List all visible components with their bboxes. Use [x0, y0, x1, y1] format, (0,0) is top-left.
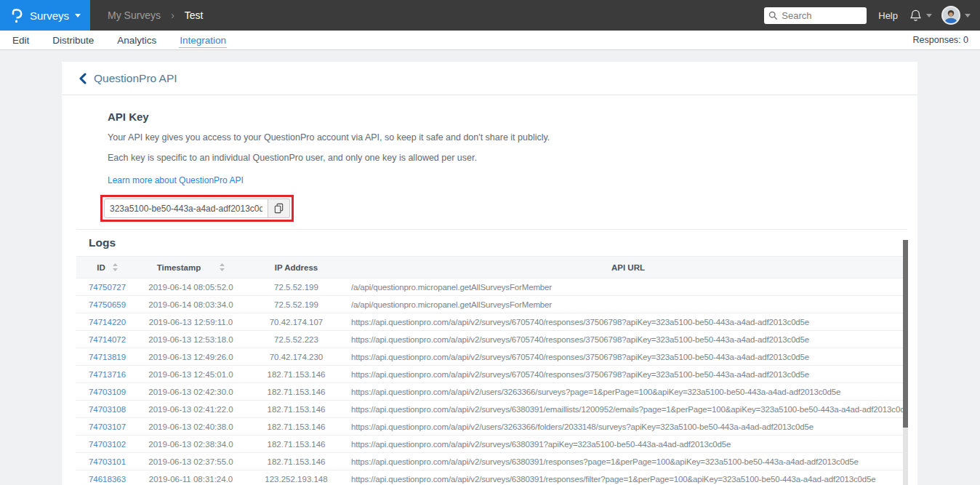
column-label: IP Address: [275, 263, 318, 272]
log-ip: 182.71.153.146: [244, 422, 349, 431]
log-id-link[interactable]: 74703101: [76, 457, 138, 466]
log-api-url: https://api.questionpro.com/a/api/v2/sur…: [349, 475, 907, 484]
log-id-link[interactable]: 74714220: [76, 318, 138, 326]
log-timestamp: 2019-06-13 12:59:11.0: [138, 318, 244, 326]
page-title: QuestionPro API: [94, 72, 177, 85]
log-row: 74714220 2019-06-13 12:59:11.0 70.42.174…: [76, 313, 907, 330]
chevron-down-icon: [965, 14, 971, 17]
log-api-url: https://api.questionpro.com/a/api/v2/sur…: [349, 370, 907, 379]
responses-count[interactable]: Responses: 0: [913, 35, 968, 45]
log-row: 74713819 2019-06-13 12:49:26.0 70.42.174…: [76, 348, 907, 365]
scrollbar-thumb[interactable]: [903, 240, 908, 428]
tab-integration[interactable]: Integration: [179, 33, 227, 48]
log-api-url: /a/api/questionpro.micropanel.getAllSurv…: [349, 300, 907, 309]
product-switcher[interactable]: Surveys: [0, 0, 90, 31]
log-timestamp: 2019-06-13 02:41:22.0: [138, 405, 244, 414]
log-row: 74750727 2019-06-14 08:05:52.0 72.5.52.1…: [76, 278, 907, 295]
log-api-url: https://api.questionpro.com/a/api/v2/use…: [349, 422, 907, 431]
log-row: 74703107 2019-06-13 02:40:38.0 182.71.15…: [76, 417, 907, 435]
learn-more-link[interactable]: Learn more about QuestionPro API: [108, 175, 244, 185]
log-id-link[interactable]: 74703108: [76, 405, 138, 414]
section-divider: [76, 229, 907, 230]
user-menu[interactable]: [941, 6, 971, 25]
log-id-link[interactable]: 74750727: [76, 283, 138, 292]
log-ip: 182.71.153.146: [244, 440, 349, 449]
tab-edit[interactable]: Edit: [12, 33, 30, 47]
topbar-controls: Help: [764, 6, 980, 25]
log-row: 74750659 2019-06-14 08:03:34.0 72.5.52.1…: [76, 295, 907, 313]
copy-api-key-button[interactable]: [268, 199, 290, 218]
log-ip: 123.252.193.148: [244, 475, 349, 484]
tab-analytics[interactable]: Analytics: [116, 33, 157, 47]
questionpro-logo-icon: [9, 7, 24, 23]
log-ip: 72.5.52.199: [244, 283, 349, 292]
search-icon: [768, 11, 778, 20]
sort-icon[interactable]: [220, 263, 225, 271]
breadcrumb-separator: ›: [171, 9, 174, 21]
breadcrumb-my-surveys[interactable]: My Surveys: [108, 9, 161, 21]
api-key-section: API Key Your API key gives you access to…: [62, 95, 917, 222]
logs-heading: Logs: [89, 236, 907, 249]
log-api-url: https://api.questionpro.com/a/api/v2/sur…: [349, 353, 907, 361]
log-id-link[interactable]: 74714072: [76, 335, 138, 344]
product-name: Surveys: [30, 9, 69, 22]
column-header-id[interactable]: ID: [76, 263, 138, 272]
api-key-heading: API Key: [108, 111, 917, 123]
tab-distribute[interactable]: Distribute: [52, 33, 95, 47]
log-id-link[interactable]: 74703109: [76, 388, 138, 396]
api-key-input[interactable]: [104, 199, 268, 218]
log-timestamp: 2019-06-13 12:53:18.0: [138, 335, 244, 344]
log-timestamp: 2019-06-13 02:40:38.0: [138, 422, 244, 431]
search-input[interactable]: [782, 10, 862, 21]
sort-icon[interactable]: [113, 263, 118, 271]
search-box[interactable]: [764, 7, 867, 24]
log-api-url: https://api.questionpro.com/a/api/v2/sur…: [349, 440, 907, 449]
log-timestamp: 2019-06-13 12:49:26.0: [138, 353, 244, 361]
api-key-highlight-box: [100, 195, 294, 222]
log-ip: 182.71.153.146: [244, 388, 349, 396]
log-api-url: https://api.questionpro.com/a/api/v2/use…: [349, 388, 907, 396]
log-id-link[interactable]: 74713716: [76, 370, 138, 379]
back-header[interactable]: QuestionPro API: [62, 62, 917, 95]
log-api-url: https://api.questionpro.com/a/api/v2/sur…: [349, 457, 907, 466]
column-label: API URL: [611, 263, 645, 272]
log-ip: 182.71.153.146: [244, 370, 349, 379]
breadcrumb-current-survey: Test: [185, 9, 204, 21]
notifications-menu[interactable]: [909, 9, 932, 23]
column-header-timestamp[interactable]: Timestamp: [138, 263, 244, 272]
log-timestamp: 2019-06-14 08:03:34.0: [138, 300, 244, 309]
log-row: 74703101 2019-06-13 02:37:55.0 182.71.15…: [76, 452, 907, 470]
survey-tabs: Edit Distribute Analytics Integration Re…: [0, 31, 980, 50]
log-id-link[interactable]: 74750659: [76, 300, 138, 309]
log-timestamp: 2019-06-13 02:38:34.0: [138, 440, 244, 449]
column-label: Timestamp: [157, 263, 201, 272]
help-link[interactable]: Help: [878, 10, 898, 21]
integration-panel: QuestionPro API API Key Your API key giv…: [62, 62, 917, 485]
log-id-link[interactable]: 74713819: [76, 353, 138, 361]
logs-section: Logs ID Timestamp IP Address API URL: [62, 236, 917, 485]
chevron-down-icon: [926, 14, 932, 17]
log-ip: 70.42.174.107: [244, 318, 349, 326]
log-id-link[interactable]: 74618363: [76, 475, 138, 484]
log-timestamp: 2019-06-13 02:37:55.0: [138, 457, 244, 466]
log-ip: 182.71.153.146: [244, 457, 349, 466]
column-header-ip: IP Address: [244, 263, 349, 272]
log-id-link[interactable]: 74703107: [76, 422, 138, 431]
logs-scrollbar[interactable]: [903, 240, 908, 485]
breadcrumb: My Surveys › Test Help: [90, 0, 980, 31]
log-api-url: https://api.questionpro.com/a/api/v2/sur…: [349, 405, 907, 414]
log-timestamp: 2019-06-13 12:45:01.0: [138, 370, 244, 379]
log-ip: 72.5.52.223: [244, 335, 349, 344]
column-label: ID: [97, 263, 105, 272]
top-bar: Surveys My Surveys › Test Help: [0, 0, 980, 31]
api-key-description-2: Each key is specific to an individual Qu…: [108, 153, 917, 163]
chevron-down-icon: [75, 14, 81, 17]
copy-icon: [273, 203, 284, 214]
back-chevron-icon: [79, 73, 87, 84]
log-id-link[interactable]: 74703102: [76, 440, 138, 449]
log-api-url: https://api.questionpro.com/a/api/v2/sur…: [349, 318, 907, 326]
log-ip: 182.71.153.146: [244, 405, 349, 414]
log-row: 74703102 2019-06-13 02:38:34.0 182.71.15…: [76, 435, 907, 452]
log-row: 74703108 2019-06-13 02:41:22.0 182.71.15…: [76, 400, 907, 417]
log-timestamp: 2019-06-14 08:05:52.0: [138, 283, 244, 292]
